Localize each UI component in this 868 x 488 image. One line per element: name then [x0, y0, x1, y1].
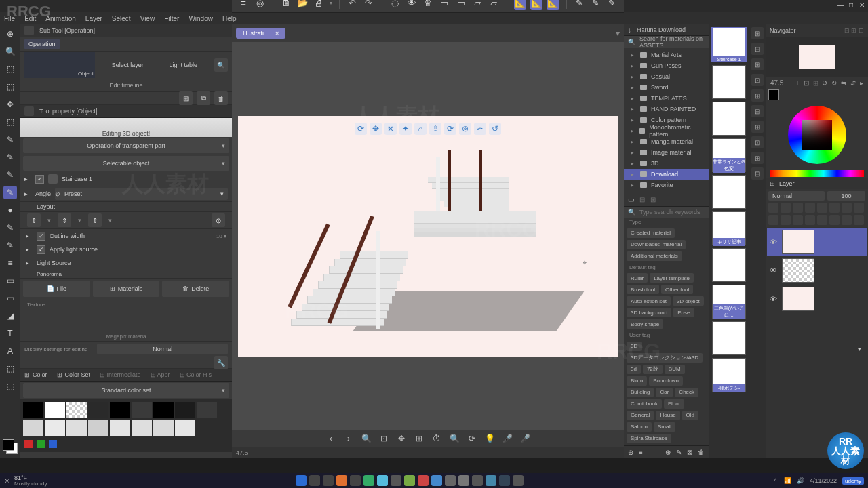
- display-mode-dropdown[interactable]: Normal▾: [97, 344, 228, 354]
- top-undo-icon[interactable]: ↶: [347, 0, 359, 10]
- swatch-13[interactable]: [110, 420, 130, 436]
- tool-18[interactable]: A: [3, 344, 17, 358]
- tool-3[interactable]: ⬚: [3, 80, 17, 94]
- window-maximize[interactable]: □: [846, 0, 856, 9]
- top-edit3-icon[interactable]: ✎: [606, 0, 618, 10]
- swatch-9[interactable]: [23, 420, 43, 436]
- assets-search[interactable]: 🔍Search for materials on ASSETS: [624, 36, 709, 48]
- tag-pose[interactable]: Pose: [673, 308, 694, 317]
- ctx-icon-0[interactable]: ⟳: [355, 123, 367, 135]
- zoom-in-icon[interactable]: +: [795, 79, 800, 87]
- top-eye-icon[interactable]: 👁: [406, 0, 418, 10]
- footer-icon-4[interactable]: ✥: [395, 432, 408, 445]
- layer-btn-4[interactable]: [805, 203, 815, 213]
- swatch-14[interactable]: [132, 420, 152, 436]
- tool-4[interactable]: ✥: [3, 98, 17, 111]
- layer-btn-7[interactable]: [842, 203, 852, 213]
- layer-btn-9[interactable]: [768, 215, 778, 225]
- chip-green[interactable]: [37, 440, 45, 448]
- folder-download[interactable]: ▸Download: [624, 169, 709, 180]
- task-app-9[interactable]: [431, 475, 442, 486]
- layer-0[interactable]: 👁: [767, 228, 867, 256]
- layout-icon-1[interactable]: ⇕: [27, 214, 41, 227]
- preset-dropdown[interactable]: ⊚Preset▾: [55, 188, 228, 200]
- task-app-8[interactable]: [418, 475, 429, 486]
- ctx-icon-9[interactable]: ↺: [489, 123, 501, 135]
- ctx-icon-2[interactable]: ⤧: [384, 123, 397, 135]
- btn-delete[interactable]: 🗑 Delete: [162, 281, 229, 297]
- zoom-100-icon[interactable]: ⊞: [813, 79, 818, 87]
- menu-select[interactable]: Select: [112, 15, 131, 22]
- material-thumb-6[interactable]: [712, 248, 746, 282]
- tool-1[interactable]: 🔍: [3, 45, 17, 58]
- lightsource-check[interactable]: ✓: [37, 245, 45, 254]
- btn-materials[interactable]: ⊞ Materials: [93, 281, 160, 297]
- chip-blue[interactable]: [49, 440, 57, 448]
- drop-selectable-object[interactable]: Selectable object▾: [23, 156, 229, 171]
- material-thumb-7[interactable]: 三色筆(かいこに…: [712, 285, 746, 319]
- task-search-icon[interactable]: [309, 475, 320, 486]
- col-light-table[interactable]: Light table: [170, 62, 198, 68]
- tool-11[interactable]: ✎: [3, 221, 17, 235]
- view-grid-icon[interactable]: ⊞: [650, 196, 656, 203]
- panel-icon-3[interactable]: ⊞: [751, 58, 764, 70]
- layout-icon-4[interactable]: ⊙: [212, 214, 225, 227]
- tag-bum[interactable]: BUM: [665, 365, 685, 374]
- tag-general[interactable]: General: [627, 411, 654, 420]
- bottom-icon-2[interactable]: ≡: [639, 449, 643, 456]
- nav-more-icon[interactable]: ▸: [860, 79, 863, 87]
- tag-other-tool[interactable]: Other tool: [661, 285, 693, 294]
- layer-btn-12[interactable]: [805, 215, 815, 225]
- task-app-14[interactable]: [499, 475, 510, 486]
- tag-3d-background[interactable]: 3D background: [627, 308, 671, 317]
- footer-icon-10[interactable]: 🎤: [501, 432, 513, 445]
- layer-visibility-icon[interactable]: 👁: [770, 266, 779, 274]
- subtool-object[interactable]: Object: [24, 52, 95, 78]
- panel-icon-8[interactable]: ⊡: [751, 136, 764, 148]
- panel-icon-5[interactable]: ⊞: [751, 89, 764, 102]
- view-split-icon[interactable]: ⊟: [639, 196, 645, 203]
- menu-edit[interactable]: Edit: [24, 15, 36, 22]
- menu-view[interactable]: View: [140, 15, 155, 22]
- layout-icon-2[interactable]: ⇕: [58, 214, 71, 227]
- menu-help[interactable]: Help: [222, 15, 237, 22]
- btn-file[interactable]: 📄 File: [23, 281, 90, 297]
- zoom-out-icon[interactable]: −: [787, 79, 791, 87]
- tool-8[interactable]: ✎: [3, 168, 17, 182]
- bottom-icon-3[interactable]: ⊕: [665, 449, 671, 456]
- hue-slider[interactable]: [770, 170, 864, 177]
- colorset-tab[interactable]: ⊞ Color Set: [57, 371, 91, 378]
- ctx-icon-4[interactable]: ⌂: [414, 123, 427, 135]
- tool-13[interactable]: ≡: [3, 256, 17, 270]
- tab-dropdown-icon[interactable]: ▾: [616, 28, 620, 38]
- task-app-2[interactable]: [336, 475, 347, 486]
- task-app-1[interactable]: [323, 475, 334, 486]
- material-thumb-3[interactable]: 非常ラインとG色変: [712, 138, 746, 172]
- swatch-7[interactable]: [175, 402, 195, 418]
- top-menu-icon[interactable]: ≡: [237, 0, 250, 10]
- tag-saloon[interactable]: Saloon: [627, 422, 652, 432]
- footer-icon-2[interactable]: 🔍: [360, 432, 372, 445]
- menu-window[interactable]: Window: [189, 15, 213, 22]
- ctx-icon-1[interactable]: ✥: [370, 123, 382, 135]
- folder-casual[interactable]: ▸Casual: [624, 71, 709, 82]
- window-close[interactable]: ✕: [857, 0, 867, 9]
- folder-martial-arts[interactable]: ▸Martial Arts: [624, 49, 709, 60]
- flip-v-icon[interactable]: ⇵: [850, 79, 856, 87]
- subtool-dup-icon[interactable]: ⧉: [197, 92, 210, 105]
- menu-animation[interactable]: Animation: [45, 15, 75, 22]
- top-ruler3-icon[interactable]: 📐: [547, 0, 559, 10]
- layer-btn-15[interactable]: [842, 215, 852, 225]
- material-thumb-4[interactable]: [712, 175, 746, 209]
- layer-btn-13[interactable]: [817, 215, 827, 225]
- tag-layer-template[interactable]: Layer template: [650, 273, 694, 283]
- task-app-13[interactable]: [486, 475, 496, 486]
- tag-3d[interactable]: 3d: [627, 365, 641, 374]
- top-crown-icon[interactable]: ♛: [422, 0, 434, 10]
- fg-bg-swatch[interactable]: [3, 439, 18, 454]
- document-tab[interactable]: Illustrati… ×: [236, 28, 285, 39]
- tool-7[interactable]: ✎: [3, 150, 17, 164]
- footer-icon-1[interactable]: ›: [342, 432, 355, 445]
- task-app-6[interactable]: [391, 475, 401, 486]
- swatch-6[interactable]: [153, 402, 174, 418]
